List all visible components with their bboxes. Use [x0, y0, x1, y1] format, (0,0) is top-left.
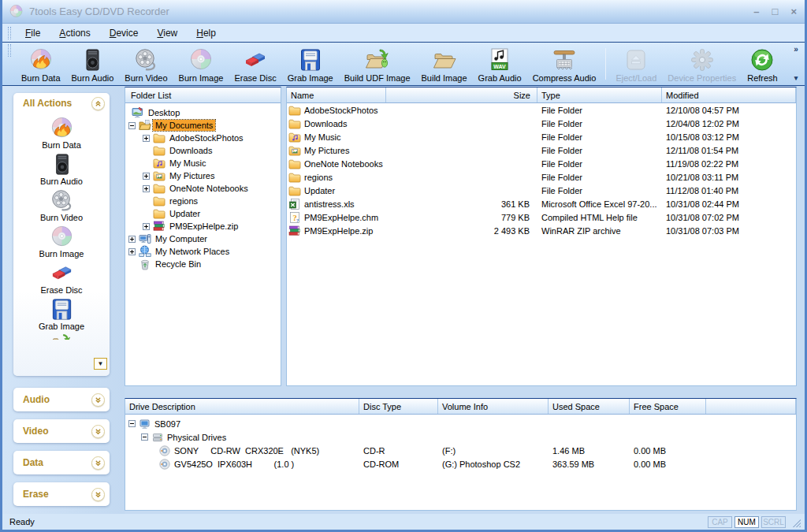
menu-actions[interactable]: Actions [50, 24, 99, 42]
file-row[interactable]: My Music File Folder 10/15/08 03:12 PM [287, 130, 796, 143]
file-row[interactable]: antistress.xls 361 KB Microsoft Office E… [287, 197, 796, 210]
column-header-modified[interactable]: Modified [662, 87, 796, 102]
file-row[interactable]: OneNote Notebooks File Folder 11/19/08 0… [287, 157, 796, 170]
sidebar-item-burn-image[interactable]: Burn Image [13, 225, 110, 259]
file-type: File Folder [537, 146, 662, 155]
title-bar: 7tools Easy CD/DVD Recorder – □ × [2, 0, 805, 24]
panel-all-actions-header[interactable]: All Actions [13, 93, 110, 113]
expand-panel-button[interactable] [91, 425, 105, 438]
toolbar-burn-video-button[interactable]: Burn Video [119, 44, 173, 84]
menu-device[interactable]: Device [100, 24, 148, 42]
tree-item-recycle-bin[interactable]: Recycle Bin [125, 258, 281, 270]
column-header-type[interactable]: Type [537, 87, 662, 102]
toolbar-burn-audio-button[interactable]: Burn Audio [66, 44, 120, 84]
file-name: PM9ExpHelpe.zip [304, 226, 373, 236]
file-name: My Pictures [304, 146, 349, 155]
column-header-name[interactable]: Name [287, 87, 386, 102]
expand-expander[interactable] [143, 185, 150, 192]
tree-item-my-network-places[interactable]: My Network Places [125, 245, 281, 258]
gear-icon [690, 47, 715, 73]
column-header-free-space[interactable]: Free Space [630, 399, 706, 414]
column-header-disc-type[interactable]: Disc Type [359, 399, 438, 414]
menu-file[interactable]: File [16, 24, 50, 42]
expand-expander[interactable] [128, 248, 136, 255]
toolbar-button-label: Build Image [422, 73, 467, 83]
tree-item-my-computer[interactable]: My Computer [125, 233, 281, 245]
minimize-button[interactable]: – [753, 6, 759, 17]
toolbar-erase-disc-button[interactable]: Erase Disc [229, 44, 281, 84]
panel-video-header[interactable]: Video [13, 419, 110, 443]
expand-expander[interactable] [143, 173, 150, 180]
app-icon [9, 4, 24, 19]
toolbar-burn-image-button[interactable]: Burn Image [173, 44, 229, 84]
tree-item-updater[interactable]: Updater [125, 207, 281, 220]
maximize-button[interactable]: □ [772, 6, 779, 17]
column-header-used-space[interactable]: Used Space [549, 399, 630, 414]
drive-disc-type: CD-R [359, 446, 438, 456]
expand-expander[interactable] [128, 236, 136, 243]
network-places-icon [139, 245, 153, 258]
toolbar-overflow-dropdown-icon[interactable]: ▾ [794, 74, 798, 82]
toolbar-separator [605, 48, 606, 80]
tree-item-my-pictures[interactable]: My Pictures [125, 169, 281, 182]
file-list-panel: Name Size Type Modified AdobeStockPhotos… [286, 87, 797, 386]
tree-item-pm9exphelpe-zip[interactable]: PM9ExpHelpe.zip [125, 220, 281, 233]
menu-help[interactable]: Help [187, 24, 225, 42]
toolbar-grab-image-button[interactable]: Grab Image [282, 44, 339, 84]
resize-grip[interactable] [790, 517, 801, 527]
expand-expander[interactable] [143, 223, 150, 230]
toolbar-refresh-button[interactable]: Refresh [742, 44, 783, 84]
drive-label: Physical Drives [165, 433, 226, 442]
tree-item-onenote-notebooks[interactable]: OneNote Notebooks [125, 182, 281, 195]
sidebar-scroll-dropdown-button[interactable]: ▼ [94, 358, 107, 370]
column-header-size[interactable]: Size [386, 87, 537, 102]
collapse-expander[interactable] [141, 433, 148, 441]
sidebar-item-burn-audio[interactable]: Burn Audio [13, 152, 110, 186]
file-row[interactable]: My Pictures File Folder 12/11/08 01:54 P… [287, 143, 796, 157]
file-row[interactable]: PM9ExpHelpe.chm 779 KB Compiled HTML Hel… [287, 210, 796, 224]
menu-view[interactable]: View [147, 24, 187, 42]
toolbar-overflow-more-icon[interactable]: » [794, 45, 798, 54]
tree-item-my-music[interactable]: My Music [125, 157, 281, 169]
file-row[interactable]: Updater File Folder 11/12/08 01:40 PM [287, 184, 796, 197]
drive-row[interactable]: GV5425O IPX603H (1.0 ) CD-ROM (G:) Photo… [125, 457, 796, 471]
toolbar-compress-audio-button[interactable]: Compress Audio [527, 44, 602, 84]
file-row[interactable]: Downloads File Folder 12/04/08 12:02 PM [287, 117, 796, 130]
collapse-expander[interactable] [128, 420, 136, 427]
toolbar-build-image-button[interactable]: Build Image [416, 44, 473, 84]
zip-archive-icon [288, 225, 303, 237]
expand-panel-button[interactable] [91, 456, 105, 470]
expand-panel-button[interactable] [91, 393, 105, 407]
sidebar-item-burn-data[interactable]: Burn Data [13, 116, 110, 150]
close-button[interactable]: × [790, 6, 797, 17]
tree-item-adobestockphotos[interactable]: AdobeStockPhotos [125, 132, 281, 144]
collapse-expander[interactable] [128, 122, 136, 129]
folder-icon [288, 117, 303, 130]
collapse-panel-button[interactable] [91, 97, 105, 110]
tree-item-downloads[interactable]: Downloads [125, 144, 281, 157]
tree-item-my-documents[interactable]: My Documents [125, 119, 281, 132]
file-row[interactable]: AdobeStockPhotos File Folder 12/10/08 04… [287, 103, 796, 117]
panel-erase-header[interactable]: Erase [13, 482, 110, 506]
sidebar-item-burn-video[interactable]: Burn Video [13, 188, 110, 222]
drive-row-physical-drives[interactable]: Physical Drives [125, 430, 796, 444]
file-row[interactable]: regions File Folder 10/21/08 03:11 PM [287, 170, 796, 184]
column-header-volume-info[interactable]: Volume Info [438, 399, 549, 414]
sidebar-item-erase-disc[interactable]: Erase Disc [13, 261, 110, 295]
toolbar-burn-data-button[interactable]: Burn Data [16, 44, 66, 84]
tree-item-regions[interactable]: regions [125, 195, 281, 207]
drive-row-host[interactable]: SB097 [125, 417, 796, 430]
sidebar-item-grab-image[interactable]: Grab Image [13, 297, 110, 331]
file-row[interactable]: PM9ExpHelpe.zip 2 493 KB WinRAR ZIP arch… [287, 224, 796, 237]
expand-expander[interactable] [143, 135, 150, 142]
panel-data-header[interactable]: Data [13, 451, 110, 474]
toolbar-grab-audio-button[interactable]: Grab Audio [473, 44, 527, 84]
sidebar-item-label: Burn Audio [40, 177, 83, 186]
expand-panel-button[interactable] [91, 488, 105, 501]
tree-item-desktop[interactable]: Desktop [125, 106, 281, 119]
column-header-drive-description[interactable]: Drive Description [125, 399, 359, 414]
file-type: File Folder [537, 186, 662, 195]
panel-audio-header[interactable]: Audio [13, 388, 110, 411]
drive-row[interactable]: SONY CD-RW CRX320E (NYK5) CD-R (F:) 1.46… [125, 444, 796, 457]
toolbar-build-udf-image-button[interactable]: Build UDF Image [339, 44, 416, 84]
